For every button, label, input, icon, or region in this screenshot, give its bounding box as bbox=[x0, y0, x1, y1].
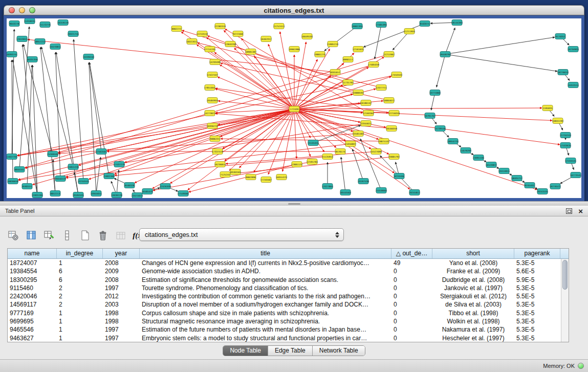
graph-node[interactable]: 16585470 bbox=[142, 189, 153, 194]
table-row[interactable]: 1830029562008Estimation of significance … bbox=[8, 276, 561, 284]
graph-node[interactable]: 17714705 bbox=[204, 47, 215, 52]
graph-node[interactable]: 18166059 bbox=[386, 126, 397, 132]
graph-node[interactable]: 7125245 bbox=[220, 172, 230, 178]
column-header[interactable]: △ out_de… bbox=[391, 249, 432, 258]
graph-edge[interactable] bbox=[117, 170, 119, 195]
edit-table-icon[interactable] bbox=[42, 229, 56, 243]
graph-node[interactable]: 9546328 bbox=[124, 183, 135, 188]
graph-node[interactable]: 10209240 bbox=[83, 54, 94, 60]
table-row[interactable]: 946362711997Embryonic stem cells: a mode… bbox=[8, 334, 561, 342]
graph-node[interactable]: 17549066 bbox=[178, 191, 189, 196]
graph-node[interactable]: 16186142 bbox=[360, 100, 372, 106]
graph-node[interactable]: 21802369 bbox=[103, 173, 115, 179]
close-window-button[interactable] bbox=[9, 7, 15, 13]
graph-node[interactable]: 12104545 bbox=[565, 158, 576, 164]
graph-node[interactable]: 18144393 bbox=[451, 20, 463, 26]
graph-node[interactable]: 17485059 bbox=[368, 62, 379, 68]
create-new-column-icon[interactable] bbox=[78, 229, 92, 243]
graph-edge[interactable] bbox=[294, 109, 410, 189]
graph-node[interactable]: 16319119 bbox=[57, 20, 69, 26]
graph-node[interactable]: 9862898 bbox=[246, 174, 256, 180]
panel-splitter[interactable] bbox=[0, 201, 588, 206]
graph-node[interactable]: 8163074 bbox=[420, 21, 430, 27]
graph-node[interactable]: 11731797 bbox=[342, 80, 354, 85]
graph-node[interactable]: 19861270 bbox=[314, 52, 325, 57]
graph-node[interactable]: 14636128 bbox=[111, 192, 122, 198]
graph-edge[interactable] bbox=[114, 109, 294, 174]
graph-node[interactable]: 22280319 bbox=[214, 24, 226, 29]
graph-node[interactable]: 17437279 bbox=[114, 162, 125, 167]
graph-node[interactable]: 16520822 bbox=[486, 162, 497, 168]
graph-node[interactable]: 23091106 bbox=[473, 155, 484, 161]
graph-node[interactable]: 9245402 bbox=[525, 183, 535, 188]
graph-node[interactable]: 19594505 bbox=[73, 192, 84, 198]
graph-node[interactable]: 14453514 bbox=[568, 82, 579, 88]
graph-edge[interactable] bbox=[13, 60, 37, 195]
graph-node[interactable]: 1595835 bbox=[542, 105, 553, 111]
network-canvas[interactable]: 1724098862272160226131221051817714705222… bbox=[7, 18, 581, 198]
row-options-icon[interactable] bbox=[60, 229, 74, 243]
graph-node[interactable]: 18981387 bbox=[245, 49, 256, 55]
graph-node[interactable]: 10744545 bbox=[78, 179, 89, 184]
graph-node[interactable]: 17240467 bbox=[260, 177, 272, 183]
graph-node[interactable]: 18405712 bbox=[511, 176, 522, 181]
graph-node[interactable]: 172409 bbox=[289, 106, 299, 112]
column-header[interactable]: title bbox=[140, 249, 391, 258]
graph-node[interactable]: 20021716 bbox=[68, 31, 79, 37]
table-row[interactable]: 2242004622012Investigating the contribut… bbox=[8, 292, 561, 300]
graph-edge[interactable] bbox=[445, 54, 557, 71]
graph-node[interactable]: 11679293 bbox=[460, 148, 471, 154]
graph-node[interactable]: 16462017 bbox=[260, 36, 272, 42]
graph-node[interactable]: 8576174 bbox=[335, 149, 345, 155]
graph-node[interactable]: 8301657 bbox=[330, 70, 340, 75]
graph-node[interactable]: 12160362 bbox=[363, 111, 374, 116]
float-panel-icon[interactable] bbox=[566, 208, 572, 214]
graph-node[interactable]: 16055370 bbox=[276, 174, 287, 180]
table-mode-settings-icon[interactable] bbox=[6, 229, 20, 243]
graph-node[interactable]: 16791767 bbox=[424, 113, 435, 119]
tab-edge-table[interactable]: Edge Table bbox=[268, 346, 313, 356]
graph-node[interactable]: 20885792 bbox=[388, 154, 400, 160]
minimize-window-button[interactable] bbox=[19, 7, 25, 13]
graph-node[interactable]: 12210518 bbox=[197, 31, 208, 37]
graph-edge[interactable] bbox=[437, 54, 445, 87]
table-row[interactable]: 969969511998Structural magnetic resonanc… bbox=[8, 317, 561, 325]
graph-node[interactable]: 19448794 bbox=[440, 52, 451, 57]
network-table-selector[interactable]: citations_edges.txt bbox=[139, 228, 344, 241]
graph-edge[interactable] bbox=[353, 149, 363, 181]
table-row[interactable]: 1456911722003Disruption of a novel membe… bbox=[8, 300, 561, 309]
scrollbar-thumb[interactable] bbox=[562, 260, 568, 290]
graph-node[interactable]: 22426309 bbox=[160, 184, 171, 189]
graph-node[interactable]: 16864672 bbox=[383, 98, 395, 103]
graph-node[interactable]: 9224506 bbox=[394, 173, 404, 179]
table-row[interactable]: 1938455462009Genome-wide association stu… bbox=[8, 267, 561, 275]
graph-node[interactable]: 12563561 bbox=[96, 149, 107, 155]
graph-node[interactable]: 15985219 bbox=[327, 41, 338, 47]
graph-edge[interactable] bbox=[74, 172, 78, 195]
graph-node[interactable]: 18276610 bbox=[557, 70, 569, 75]
graph-node[interactable]: 15145455 bbox=[308, 140, 319, 146]
graph-node[interactable]: 10470851 bbox=[50, 44, 61, 50]
graph-edge[interactable] bbox=[294, 109, 552, 121]
graph-node[interactable]: 9174052 bbox=[555, 34, 565, 39]
graph-node[interactable]: 17485394 bbox=[376, 22, 387, 28]
graph-edge[interactable] bbox=[294, 109, 537, 190]
graph-node[interactable]: 9272468 bbox=[233, 31, 243, 37]
graph-node[interactable]: 9590551 bbox=[22, 184, 32, 189]
graph-edge[interactable] bbox=[445, 37, 555, 54]
graph-edge[interactable] bbox=[181, 32, 294, 109]
vertical-scrollbar[interactable] bbox=[561, 259, 569, 342]
graph-node[interactable]: 10771860 bbox=[429, 90, 441, 96]
graph-edge[interactable] bbox=[445, 28, 455, 54]
graph-node[interactable]: 17851841 bbox=[204, 85, 215, 91]
graph-node[interactable]: 8990117 bbox=[343, 57, 353, 62]
graph-node[interactable]: 10581482 bbox=[353, 131, 364, 137]
graph-node[interactable]: 18954720 bbox=[447, 139, 459, 144]
graph-edge[interactable] bbox=[40, 47, 55, 193]
graph-node[interactable]: 16236814 bbox=[214, 162, 226, 167]
graph-node[interactable]: 21211904 bbox=[404, 29, 415, 34]
graph-node[interactable]: 16649100 bbox=[301, 34, 313, 39]
graph-node[interactable]: 15135953 bbox=[322, 154, 333, 160]
graph-node[interactable]: 16836659 bbox=[7, 179, 18, 184]
graph-node[interactable]: 14739546 bbox=[434, 126, 446, 132]
